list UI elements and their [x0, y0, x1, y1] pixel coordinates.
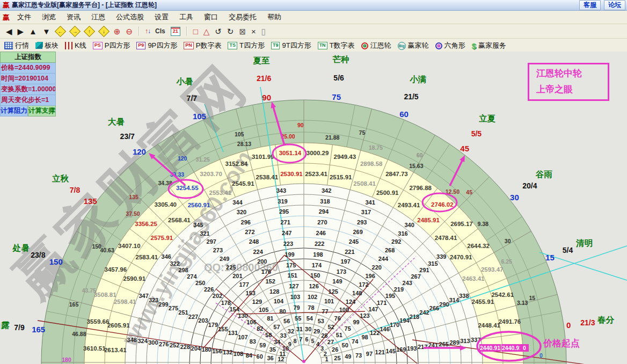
svg-text:344: 344	[232, 199, 243, 206]
toolbar-button-8-icon[interactable]: ⊕	[111, 27, 123, 35]
svg-text:123: 123	[360, 312, 369, 319]
svg-text:156: 156	[212, 348, 222, 354]
module-button-T数字表[interactable]: TNT数字表	[318, 41, 355, 50]
svg-text:75: 75	[359, 129, 366, 136]
svg-text:60: 60	[399, 110, 409, 119]
svg-text:6.25: 6.25	[501, 258, 512, 265]
svg-text:251: 251	[178, 309, 188, 316]
K线-icon	[65, 42, 72, 49]
module-button-9P四方形[interactable]: P99P四方形	[136, 41, 177, 50]
svg-text:173: 173	[337, 268, 346, 275]
江恩轮-icon	[361, 42, 368, 49]
toolbar-button-9-icon[interactable]: ⊖	[123, 27, 135, 35]
svg-text:2583.41: 2583.41	[136, 254, 158, 260]
menu-item-1[interactable]: 浏览	[37, 11, 61, 24]
toolbar-button-17-icon[interactable]: ↺	[212, 27, 224, 35]
toolbar-button-18-icon[interactable]: ↻	[224, 27, 237, 35]
menu-item-7[interactable]: 窗口	[199, 11, 223, 24]
gann-wheel-chart-area[interactable]: 赢家财富网www.yingjia360.comQQ:10080036012345…	[0, 52, 627, 364]
svg-text:132: 132	[223, 349, 232, 355]
toolbar-button-7-icon[interactable]: ↓	[98, 25, 110, 37]
module-button-赢家服务[interactable]: $赢家服务	[472, 41, 506, 50]
wheel-hub-marker	[302, 360, 305, 363]
toolbar-button-13-icon[interactable]: 21	[171, 27, 180, 36]
module-button-赢家轮[interactable]: Big赢家轮	[398, 41, 429, 50]
module-button-行情[interactable]: 行情	[4, 41, 29, 50]
menu-item-6[interactable]: 工具	[174, 11, 199, 24]
toolbar-button-2-icon[interactable]: ▲	[26, 27, 40, 35]
svg-text:2553.41: 2553.41	[209, 190, 232, 196]
menu-item-2[interactable]: 资讯	[61, 11, 86, 24]
module-button-江恩轮[interactable]: 江恩轮	[361, 41, 391, 50]
svg-text:5/4: 5/4	[563, 246, 573, 254]
svg-text:204: 204	[191, 345, 201, 352]
svg-text:122: 122	[370, 330, 380, 336]
module-label: 9P四方形	[148, 41, 177, 50]
calc-support-button[interactable]: 计算支撑	[28, 106, 56, 117]
svg-text:1: 1	[325, 356, 329, 362]
svg-text:春分: 春分	[597, 315, 615, 324]
menu-item-4[interactable]: 公式选股	[111, 11, 149, 24]
svg-text:316: 316	[398, 230, 407, 237]
module-button-板块[interactable]: 板块	[35, 41, 59, 50]
window-title: 赢家江恩专业版[赢家服务平台] - [上证指数 江恩轮]	[12, 1, 157, 10]
svg-text:36: 36	[267, 355, 273, 361]
svg-text:294: 294	[319, 208, 329, 215]
赢家服务-icon: $	[472, 41, 476, 50]
svg-text:2491.76: 2491.76	[499, 318, 521, 325]
toolbar-button-12-icon[interactable]: Cls	[152, 27, 168, 35]
svg-text:170: 170	[390, 322, 399, 328]
module-button-T四方形[interactable]: TST四方形	[228, 41, 264, 50]
toolbar-button-15-icon[interactable]: □	[191, 27, 201, 35]
toolbar-button-21-icon[interactable]: ▯	[259, 27, 268, 35]
svg-text:73: 73	[355, 352, 362, 359]
menu-item-3[interactable]: 江恩	[86, 11, 111, 24]
svg-text:174: 174	[312, 262, 322, 268]
svg-text:82: 82	[257, 325, 263, 332]
module-button-9T四方形[interactable]: T99T四方形	[271, 41, 311, 50]
toolbar-button-11-icon[interactable]: ↑↓	[143, 27, 152, 35]
module-button-K线[interactable]: K线	[65, 41, 86, 50]
svg-text:谷雨: 谷雨	[535, 170, 553, 179]
svg-text:7/9: 7/9	[14, 323, 25, 332]
svg-text:2508.41: 2508.41	[353, 180, 376, 187]
toolbar-button-1-icon[interactable]: ▶	[15, 27, 27, 35]
svg-text:5: 5	[311, 338, 314, 344]
svg-text:125: 125	[329, 288, 338, 295]
forum-button[interactable]: 论坛	[604, 0, 625, 10]
menu-item-0[interactable]: 文件	[12, 11, 37, 24]
svg-text:220: 220	[372, 264, 382, 271]
svg-text:290: 290	[439, 301, 449, 308]
svg-text:180: 180	[201, 346, 211, 353]
svg-text:250: 250	[195, 280, 205, 286]
module-button-P四方形[interactable]: PSP四方形	[93, 41, 130, 50]
toolbar-button-0-icon[interactable]: ◀	[3, 27, 15, 35]
svg-text:314: 314	[449, 297, 460, 303]
module-button-六角形[interactable]: 六角形	[435, 41, 465, 50]
toolbar-button-4-icon[interactable]: ←	[55, 25, 66, 37]
info-box-line2: 上帝之眼	[536, 82, 608, 98]
svg-text:78: 78	[308, 304, 314, 311]
svg-text:291: 291	[419, 267, 429, 273]
toolbar-button-3-icon[interactable]: ▼	[40, 27, 53, 35]
svg-text:171: 171	[377, 300, 387, 306]
svg-text:3101.99: 3101.99	[252, 154, 274, 160]
toolbar-button-5-icon[interactable]: →	[69, 25, 81, 37]
toolbar-button-6-icon[interactable]: ↑	[84, 25, 95, 37]
module-button-P数字表[interactable]: PNP数字表	[184, 41, 221, 50]
menu-item-9[interactable]: 帮助	[262, 11, 287, 24]
svg-text:98: 98	[362, 334, 368, 340]
svg-text:立夏: 立夏	[478, 114, 496, 123]
toolbar-button-16-icon[interactable]: △	[201, 27, 213, 35]
svg-text:2448.41: 2448.41	[478, 322, 500, 329]
T数字表-icon: TN	[318, 42, 327, 49]
svg-text:5/5: 5/5	[471, 129, 482, 138]
menu-item-5[interactable]: 设置	[149, 11, 174, 24]
calc-resistance-button[interactable]: 计算阻力	[0, 106, 28, 117]
svg-text:55: 55	[295, 315, 301, 322]
svg-text:处暑: 处暑	[12, 243, 30, 252]
toolbar-button-20-icon[interactable]: ×	[249, 27, 259, 35]
toolbar-button-19-icon[interactable]: ⊠	[236, 27, 249, 35]
menu-item-8[interactable]: 交易委托	[223, 11, 262, 24]
customer-service-button[interactable]: 客服	[579, 0, 601, 10]
